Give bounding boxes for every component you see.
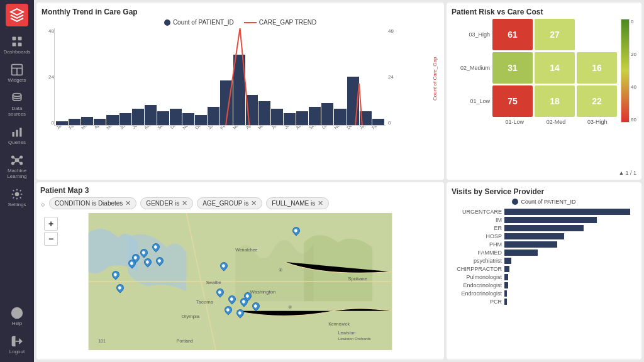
- heatmap-cells-low: 75 18 22: [492, 85, 617, 117]
- heatmap-cell-medium-low: 31: [492, 52, 533, 84]
- sidebar-item-settings[interactable]: Settings: [3, 184, 31, 211]
- svg-rect-0: [13, 37, 16, 41]
- filter-chip-age-group[interactable]: AGE_GROUP is ✕: [197, 197, 262, 209]
- zoom-in-button[interactable]: +: [44, 217, 58, 231]
- filter-chip-gender[interactable]: GENDER is ✕: [140, 197, 193, 209]
- horiz-bar-label-2: ER: [452, 225, 502, 231]
- visits-bar-chart: URGENTCAREIMERHOSPPHMFAMMEDpsychiatristC…: [452, 209, 636, 305]
- filter-condition-remove[interactable]: ✕: [125, 199, 131, 207]
- horiz-bar-fill-2: [504, 225, 584, 231]
- heatmap-grid: 03_High 61 27 02_Medium 31 14 16: [452, 19, 617, 125]
- svg-rect-8: [13, 132, 14, 137]
- filter-gender-label: GENDER is: [146, 200, 179, 207]
- horiz-bar-fill-10: [504, 290, 507, 297]
- sidebar: Dashboards Widgets Data sources Queries …: [0, 0, 34, 362]
- horiz-bar-row-6: psychiatrist: [452, 258, 636, 264]
- svg-text:Tacoma: Tacoma: [196, 299, 214, 305]
- horiz-bar-row-11: PCR: [452, 299, 636, 305]
- sidebar-item-widgets-label: Widgets: [8, 77, 26, 83]
- svg-point-7: [13, 94, 21, 97]
- filter-chip-full-name[interactable]: FULL_NAME is ✕: [266, 197, 329, 209]
- filter-chip-condition[interactable]: CONDITION is Diabetes ✕: [49, 197, 136, 209]
- visits-legend-dot: [512, 199, 518, 205]
- x-label-high: 03-High: [577, 119, 617, 125]
- sidebar-item-dashboards[interactable]: Dashboards: [3, 31, 31, 58]
- filter-age-remove[interactable]: ✕: [251, 199, 257, 207]
- heatmap-cell-high-med: 27: [535, 19, 575, 50]
- filter-condition-label: CONDITION is Diabetes: [55, 200, 123, 207]
- filter-name-remove[interactable]: ✕: [318, 199, 323, 207]
- horiz-bar-row-0: URGENTCARE: [452, 209, 636, 215]
- svg-rect-10: [19, 128, 21, 136]
- sidebar-item-machine-learning[interactable]: Machine Learning: [3, 150, 31, 183]
- legend-care-gap-line: [244, 22, 257, 23]
- legend-patient-id: Count of PATIENT_ID: [164, 19, 234, 26]
- horiz-bar-fill-5: [504, 250, 538, 256]
- horiz-bar-track-11: [504, 299, 636, 305]
- horiz-bar-label-6: psychiatrist: [452, 258, 502, 264]
- pagination-arrow-left[interactable]: ▲: [619, 170, 625, 176]
- horiz-bar-fill-11: [504, 299, 507, 305]
- horiz-bar-row-9: Endocrinologist: [452, 282, 636, 288]
- chart-inner: [54, 28, 386, 126]
- zoom-out-button[interactable]: −: [44, 232, 58, 246]
- heatmap-row-medium: 02_Medium 31 14 16: [452, 52, 617, 84]
- heatmap-cell-high-low: 61: [492, 19, 533, 50]
- heatmap-cell-low-med: 18: [535, 85, 575, 117]
- sidebar-item-widgets[interactable]: Widgets: [3, 60, 31, 87]
- heatmap-x-labels: 01-Low 02-Med 03-High: [495, 119, 617, 125]
- horiz-bar-row-3: HOSP: [452, 233, 636, 239]
- heatmap-cell-high-high-empty: [577, 19, 617, 50]
- x-axis-labels: Jan14Feb14Mar14Apr14May14Jun14Jul14Aug14…: [55, 126, 384, 143]
- horiz-bar-track-4: [504, 241, 636, 248]
- heatmap-row-low: 01_Low 75 18 22: [452, 85, 617, 117]
- svg-text:②: ②: [279, 268, 282, 272]
- horiz-bar-fill-4: [504, 241, 557, 248]
- horiz-bar-fill-0: [504, 209, 630, 215]
- svg-text:Portland: Portland: [177, 339, 193, 343]
- row-label-medium: 02_Medium: [452, 65, 492, 71]
- filter-gender-remove[interactable]: ✕: [182, 199, 187, 207]
- horiz-bar-track-2: [504, 225, 636, 231]
- visits-provider-title: Visits by Service Provider: [452, 187, 636, 196]
- map-svg: Seattle Tacoma Olympia Washington Wenatc…: [40, 213, 440, 350]
- heatmap-container: 03_High 61 27 02_Medium 31 14 16: [452, 19, 636, 125]
- svg-rect-3: [18, 43, 22, 47]
- sidebar-item-dashboards-label: Dashboards: [3, 49, 30, 55]
- sidebar-item-logout[interactable]: Logout: [3, 331, 31, 358]
- legend-patient-id-dot: [164, 19, 170, 26]
- horiz-bar-label-4: PHM: [452, 241, 502, 248]
- svg-line-16: [14, 157, 16, 159]
- horiz-bar-track-3: [504, 233, 636, 239]
- color-scale-container: 0 20 40 60: [621, 19, 636, 125]
- map-filters: ⬦ CONDITION is Diabetes ✕ GENDER is ✕ AG…: [40, 197, 440, 209]
- svg-text:Washington: Washington: [250, 289, 276, 295]
- sidebar-item-queries[interactable]: Queries: [3, 122, 31, 149]
- horiz-bar-track-6: [504, 258, 636, 264]
- monthly-trend-panel: Monthly Trend in Care Gap Count of PATIE…: [36, 3, 444, 180]
- sidebar-item-data-sources[interactable]: Data sources: [3, 88, 31, 121]
- horiz-bar-fill-7: [504, 266, 509, 272]
- horiz-bar-track-10: [504, 290, 636, 297]
- map-zoom-controls: + −: [44, 217, 58, 246]
- svg-text:Spokane: Spokane: [348, 276, 367, 282]
- x-label-low: 01-Low: [495, 119, 535, 125]
- horiz-bar-label-11: PCR: [452, 299, 502, 305]
- sidebar-item-queries-label: Queries: [8, 140, 26, 145]
- row-label-low: 01_Low: [452, 98, 492, 104]
- filter-age-label: AGE_GROUP is: [203, 200, 248, 207]
- svg-text:Lewiston: Lewiston: [338, 331, 356, 335]
- svg-text:Wenatchee: Wenatchee: [235, 248, 257, 252]
- filter-icon: ⬦: [40, 199, 45, 209]
- svg-text:②: ②: [288, 305, 292, 309]
- svg-text:101: 101: [98, 339, 106, 343]
- heatmap-cell-medium-high: 16: [577, 52, 617, 84]
- pagination[interactable]: ▲ 1 / 1: [619, 170, 636, 176]
- svg-rect-2: [13, 43, 16, 47]
- sidebar-item-machine-learning-label: Machine Learning: [4, 168, 30, 179]
- svg-point-20: [16, 193, 19, 196]
- heatmap-row-high: 03_High 61 27: [452, 19, 617, 50]
- heatmap-cells-medium: 31 14 16: [492, 52, 617, 84]
- sidebar-item-help[interactable]: Help: [3, 303, 31, 330]
- patient-map-title: Patient Map 3: [40, 186, 440, 195]
